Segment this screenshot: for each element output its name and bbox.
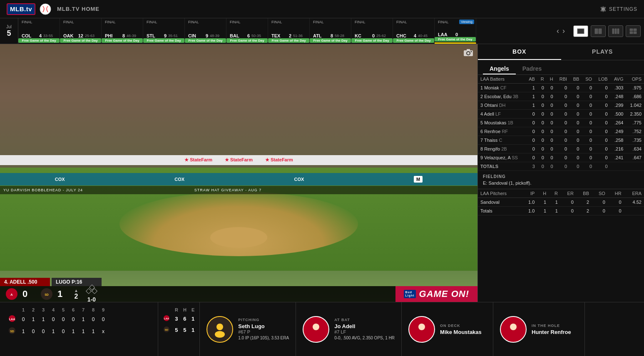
linescore-score-0-0: 0 <box>18 313 28 325</box>
pitcher-name: Seth Lugo <box>238 323 289 329</box>
svg-point-27 <box>216 324 223 330</box>
svg-point-32 <box>417 331 427 338</box>
box-col-4: RBI <box>556 75 569 84</box>
pitcher-row-0: Sandoval 1.0 1 1 0 2 0 0 4.52 <box>478 198 644 207</box>
linescore-score-1-8: x <box>98 325 108 337</box>
linescore-inning-7: 8 <box>88 307 98 313</box>
box-col-1: AB <box>525 75 537 84</box>
box-col-5: BB <box>569 75 582 84</box>
pitcher-box: LUGO P:16 <box>52 278 102 286</box>
game-status-3: Final <box>147 20 181 24</box>
score-game-5[interactable]: Final BAL 6 50-35 NYY 3 48-39 Free Game … <box>226 18 268 44</box>
free-badge-0: Free Game of the Day <box>18 38 60 43</box>
score-team1-5: BAL 6 50-35 <box>230 33 264 38</box>
layout-two-col[interactable] <box>591 25 606 37</box>
pitchers-body: Sandoval 1.0 1 1 0 2 0 0 4.52 Totals 1.0… <box>478 198 644 215</box>
on-deck-info: ON DECK Mike Moustakas <box>440 324 482 335</box>
svg-point-28 <box>215 331 225 338</box>
score-game-1[interactable]: Final OAK 12 25-63 DET 3 37-48 Free Game… <box>60 18 102 44</box>
batter-avatar <box>303 316 329 343</box>
camera-icon[interactable] <box>463 48 473 59</box>
linescore-section: 123456789 LAA011000100SD10010111x <box>0 302 158 356</box>
batter-row-0: 1 Moniak CF 1 0 0 0 0 0 0 .303 .975 <box>478 84 644 92</box>
svg-point-34 <box>508 331 518 338</box>
score-game-8[interactable]: Final KC 0 25-62 MIN 5 45-43 Free Game o… <box>351 18 393 44</box>
batter-number: #7 LF <box>334 329 395 334</box>
svg-rect-6 <box>617 29 619 34</box>
player-sections: PITCHING Seth Lugo #67 P 1.0 IP (16P 10S… <box>200 302 644 356</box>
games-container: Final COL 4 33-55 HOU 6 49-38 Free Game … <box>18 18 552 44</box>
free-badge-4: Free Game of the Day <box>185 38 226 43</box>
prev-arrow[interactable]: ‹ <box>555 27 561 35</box>
score-team1-0: COL 4 33-55 <box>22 33 56 38</box>
batter-row-4: 5 Moustakas 1B 0 0 0 0 0 0 0 .264 .775 <box>478 119 644 127</box>
linescore-table: 123456789 LAA011000100SD10010111x <box>6 307 108 337</box>
pitching-label: PITCHING <box>238 318 289 322</box>
svg-rect-9 <box>630 32 633 34</box>
tab-angels[interactable]: Angels <box>483 64 516 74</box>
score-game-4[interactable]: Final CIN 9 48-39 WSH 2 34-52 Free Game … <box>185 18 226 44</box>
game-on-banner: BudLight GAME ON! <box>395 286 477 302</box>
score-game-3[interactable]: Final STL 9 35-51 MIA 10 51-37 Free Game… <box>143 18 185 44</box>
pitcher-info: PITCHING Seth Lugo #67 P 1.0 IP (16P 10S… <box>238 318 289 341</box>
linescore-body: LAA011000100SD10010111x <box>6 313 108 337</box>
main-content: COX COX COX M ★ StateFarm ★ StateFarm ★ … <box>0 44 644 302</box>
box-col-7: LOB <box>594 75 610 84</box>
linescore-inning-8: 9 <box>98 307 108 313</box>
game-status-8: Final <box>355 20 389 24</box>
gear-icon <box>600 6 607 12</box>
ad-cox2: COX <box>174 177 184 182</box>
padres-logo-overlay: SD <box>41 288 52 300</box>
baseball-icon <box>40 3 51 15</box>
score-game-9[interactable]: Final CHC 4 40-45 MIL 3 46-41 Free Game … <box>393 18 435 44</box>
team-tabs: Angels Padres <box>478 60 644 75</box>
linescore-team-row-0: LAA011000100 <box>6 313 108 325</box>
linescore-inning-5: 6 <box>68 307 78 313</box>
yu-darvish-banner: YU DARVISH BOBBLEHEAD - JULY 24 <box>3 188 83 192</box>
fielding-text: E: Sandoval (1, pickoff). <box>483 180 639 185</box>
linescore-team-col <box>6 307 18 313</box>
linescore-score-0-5: 0 <box>68 313 78 325</box>
score-game-10[interactable]: Final LAA 0 SD 1 Free Game of the Day Vi… <box>435 18 476 44</box>
count-display: 1-0 <box>87 296 96 302</box>
logo-text: MLB.tv <box>10 5 32 12</box>
rhe-col-2: E <box>189 307 197 313</box>
rhe-section: RHE LAA 3 6 1 SD 5 5 1 <box>158 302 200 356</box>
svg-rect-13 <box>467 49 470 51</box>
rhe-row-0: LAA 3 6 1 <box>161 313 197 324</box>
score-game-2[interactable]: Final PHI 8 46-39 TB 4 57-32 Free Game o… <box>102 18 143 44</box>
box-totals-row: TOTALS 3 0 0 0 0 0 0 <box>478 162 644 171</box>
linescore-score-0-6: 1 <box>78 313 88 325</box>
linescore-header: 123456789 <box>6 307 108 313</box>
layout-quad[interactable] <box>626 25 641 37</box>
layout-three-col[interactable] <box>608 25 623 37</box>
box-col-9: OPS <box>626 75 644 84</box>
game-status-6: Final <box>271 20 306 24</box>
box-col-6: SO <box>582 75 594 84</box>
tab-plays[interactable]: PLAYS <box>561 44 644 60</box>
pitchers-col-3: R <box>549 189 560 198</box>
tab-box[interactable]: BOX <box>478 44 561 60</box>
linescore-team-row-1: SD10010111x <box>6 325 108 337</box>
score-team1-4: CIN 9 48-39 <box>188 33 223 38</box>
score-team1-9: CHC 4 40-45 <box>396 33 431 38</box>
score-game-0[interactable]: Final COL 4 33-55 HOU 6 49-38 Free Game … <box>18 18 60 44</box>
game-status-9: Final <box>396 20 431 24</box>
linescore-score-1-2: 0 <box>38 325 48 337</box>
svg-rect-2 <box>595 29 598 34</box>
score-game-7[interactable]: Final ATL 8 58-28 CLE 1 42-44 Free Game … <box>310 18 351 44</box>
settings-button[interactable]: SETTINGS <box>600 6 637 12</box>
linescore-score-1-5: 1 <box>68 325 78 337</box>
inning-number: 2 <box>75 293 78 300</box>
game-status-4: Final <box>188 20 223 24</box>
layout-single[interactable] <box>573 25 588 37</box>
pitchers-col-4: ER <box>560 189 576 198</box>
tab-padres[interactable]: Padres <box>516 64 549 74</box>
box-col-3: H <box>547 75 556 84</box>
free-badge-2: Free Game of the Day <box>102 38 143 43</box>
linescore-score-0-4: 0 <box>58 313 68 325</box>
next-arrow[interactable]: › <box>561 27 567 35</box>
score-team1-1: OAK 12 25-63 <box>63 33 98 38</box>
score-game-6[interactable]: Final TEX 2 51-36 BOS 4 44-43 Free Game … <box>268 18 310 44</box>
bottom-bar: 123456789 LAA011000100SD10010111x RHE LA… <box>0 302 644 356</box>
